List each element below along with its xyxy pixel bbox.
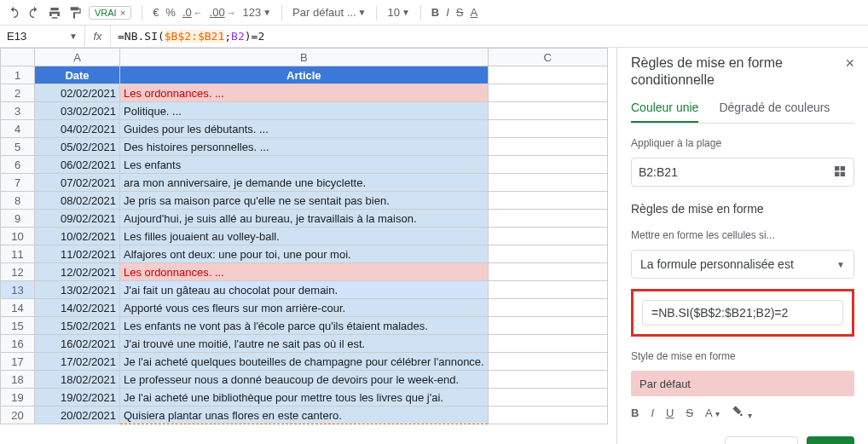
cell[interactable]: [488, 120, 607, 138]
bold-button[interactable]: B: [631, 407, 639, 419]
cell[interactable]: [488, 371, 607, 389]
row-header[interactable]: 13: [1, 281, 35, 299]
cell[interactable]: [488, 389, 607, 407]
italic-button[interactable]: I: [446, 6, 449, 19]
article-cell[interactable]: Politique. ...: [120, 102, 489, 120]
range-input[interactable]: B2:B21: [631, 158, 854, 187]
spreadsheet-grid[interactable]: A B C 1 Date Article 202/02/2021Les ordo…: [0, 48, 616, 444]
date-cell[interactable]: 12/02/2021: [35, 263, 120, 281]
row-header[interactable]: 20: [1, 407, 35, 424]
article-cell[interactable]: Je l'ai acheté quelques bouteilles de ch…: [120, 353, 489, 371]
row-header[interactable]: 10: [1, 228, 35, 245]
date-cell[interactable]: 17/02/2021: [35, 353, 120, 371]
article-cell[interactable]: Les enfants: [120, 156, 489, 174]
col-header-A[interactable]: A: [35, 49, 120, 66]
cell[interactable]: [488, 353, 607, 371]
strike-button[interactable]: S: [686, 407, 693, 419]
date-cell[interactable]: 16/02/2021: [35, 335, 120, 353]
rule-type-select[interactable]: La formule personnalisée est ▼: [631, 250, 854, 279]
article-cell[interactable]: J'ai trouvé une moitié, l'autre ne sait …: [120, 335, 489, 353]
article-cell[interactable]: Je l'ai acheté une bibliothèque pour met…: [120, 389, 489, 407]
row-header[interactable]: 15: [1, 317, 35, 335]
cell[interactable]: [488, 102, 607, 120]
article-cell[interactable]: Les ordonnances. ...: [120, 84, 489, 102]
italic-button[interactable]: I: [651, 407, 654, 419]
article-cell[interactable]: Apporté vous ces fleurs sur mon arrière-…: [120, 299, 489, 317]
cell[interactable]: [488, 66, 607, 84]
text-color-button[interactable]: A ▾: [705, 407, 720, 419]
article-cell[interactable]: Quisiera plantar unas flores en este can…: [120, 407, 489, 424]
name-box[interactable]: E13 ▼: [0, 26, 85, 47]
article-cell[interactable]: Les enfants ne vont pas à l'école parce …: [120, 317, 489, 335]
style-preview[interactable]: Par défaut: [631, 371, 854, 396]
row-header[interactable]: 14: [1, 299, 35, 317]
font-size-select[interactable]: 10 ▼: [387, 6, 409, 19]
cell[interactable]: [488, 299, 607, 317]
date-cell[interactable]: 13/02/2021: [35, 281, 120, 299]
cell[interactable]: [488, 210, 607, 228]
cell[interactable]: [488, 407, 607, 424]
formula-input[interactable]: =NB.SI($B$2:$B21;B2)=2: [111, 30, 868, 43]
row-header[interactable]: 9: [1, 210, 35, 228]
article-cell[interactable]: Alfajores ont deux: une pour toi, une po…: [120, 245, 489, 263]
percent-format[interactable]: %: [165, 6, 176, 19]
row-header[interactable]: 11: [1, 245, 35, 263]
article-cell[interactable]: Le professeur nous a donné beaucoup de d…: [120, 371, 489, 389]
row-header[interactable]: 6: [1, 156, 35, 174]
cell[interactable]: [488, 156, 607, 174]
row-header[interactable]: 16: [1, 335, 35, 353]
article-cell[interactable]: Des histoires personnelles. ...: [120, 138, 489, 156]
cell[interactable]: [488, 281, 607, 299]
date-cell[interactable]: 14/02/2021: [35, 299, 120, 317]
article-cell[interactable]: Aujourd'hui, je suis allé au bureau, je …: [120, 210, 489, 228]
date-cell[interactable]: 20/02/2021: [35, 407, 120, 424]
date-cell[interactable]: 18/02/2021: [35, 371, 120, 389]
strike-button[interactable]: S: [456, 6, 464, 19]
cell[interactable]: [488, 317, 607, 335]
row-header[interactable]: 3: [1, 102, 35, 120]
article-cell[interactable]: Les filles jouaient au volley-ball.: [120, 228, 489, 245]
article-cell[interactable]: ara mon anniversaire, je demande une bic…: [120, 174, 489, 192]
article-cell[interactable]: J'ai fait un gâteau au chocolat pour dem…: [120, 281, 489, 299]
date-cell[interactable]: 05/02/2021: [35, 138, 120, 156]
row-header[interactable]: 18: [1, 371, 35, 389]
col-header-B[interactable]: B: [120, 49, 489, 66]
date-cell[interactable]: 15/02/2021: [35, 317, 120, 335]
date-cell[interactable]: 11/02/2021: [35, 245, 120, 263]
date-cell[interactable]: 02/02/2021: [35, 84, 120, 102]
select-all-corner[interactable]: [1, 49, 35, 66]
article-cell[interactable]: Guides pour les débutants. ...: [120, 120, 489, 138]
row-header[interactable]: 12: [1, 263, 35, 281]
date-cell[interactable]: 04/02/2021: [35, 120, 120, 138]
row-header[interactable]: 7: [1, 174, 35, 192]
close-icon[interactable]: ×: [845, 55, 854, 72]
cell[interactable]: [488, 245, 607, 263]
cell[interactable]: [488, 84, 607, 102]
tab-gradient[interactable]: Dégradé de couleurs: [719, 101, 830, 123]
row-header[interactable]: 17: [1, 353, 35, 371]
row-header[interactable]: 5: [1, 138, 35, 156]
row-header[interactable]: 19: [1, 389, 35, 407]
print-icon[interactable]: [48, 6, 61, 20]
article-cell[interactable]: Les ordonnances. ...: [120, 263, 489, 281]
underline-button[interactable]: U: [666, 407, 674, 419]
number-format-menu[interactable]: 123 ▼: [243, 6, 272, 19]
col-header-C[interactable]: C: [488, 49, 607, 66]
row-header[interactable]: 2: [1, 84, 35, 102]
undo-icon[interactable]: [7, 6, 20, 20]
date-cell[interactable]: 03/02/2021: [35, 102, 120, 120]
date-cell[interactable]: 19/02/2021: [35, 389, 120, 407]
date-cell[interactable]: 07/02/2021: [35, 174, 120, 192]
row-header[interactable]: 8: [1, 192, 35, 210]
currency-format[interactable]: €: [153, 6, 159, 19]
increase-decimals[interactable]: .00→: [210, 6, 236, 19]
date-cell[interactable]: 10/02/2021: [35, 228, 120, 245]
article-cell[interactable]: Je pris sa maison parce qu'elle ne se se…: [120, 192, 489, 210]
cell[interactable]: [488, 263, 607, 281]
paint-format-icon[interactable]: [68, 6, 82, 20]
custom-formula-input[interactable]: =NB.SI($B$2:$B21;B2)=2: [642, 300, 843, 326]
date-cell[interactable]: 09/02/2021: [35, 210, 120, 228]
date-cell[interactable]: 06/02/2021: [35, 156, 120, 174]
row-header[interactable]: 4: [1, 120, 35, 138]
redo-icon[interactable]: [27, 6, 41, 20]
